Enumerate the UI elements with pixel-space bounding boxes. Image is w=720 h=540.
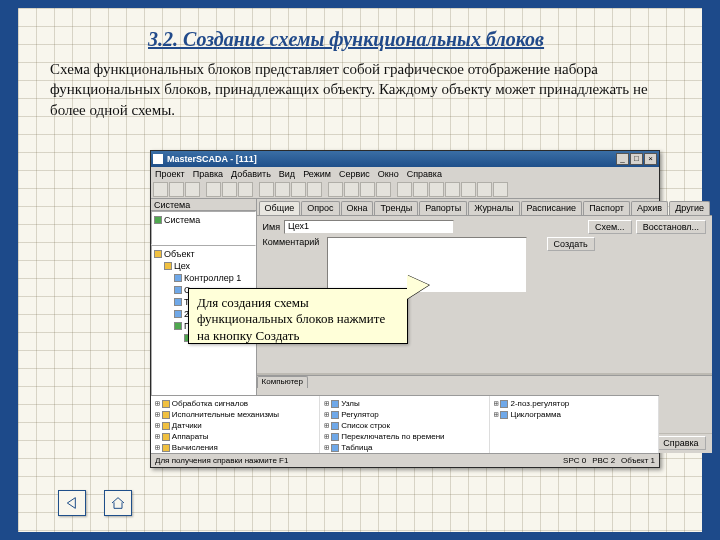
toolbar-btn[interactable]: [413, 182, 428, 197]
item-icon: [331, 433, 339, 441]
status-cell: Объект 1: [621, 456, 655, 465]
folder-icon: [164, 262, 172, 270]
tab-windows[interactable]: Окна: [341, 201, 374, 215]
folder-icon: [162, 444, 170, 452]
menu-add[interactable]: Добавить: [231, 169, 271, 179]
create-button[interactable]: Создать: [547, 237, 595, 251]
lower-tab-computer[interactable]: Компьютер: [257, 376, 308, 388]
tab-poll[interactable]: Опрос: [301, 201, 339, 215]
slide-canvas: 3.2. Создание схемы функциональных блоко…: [18, 8, 702, 532]
comment-label: Комментарий: [263, 237, 323, 247]
tab-archive[interactable]: Архив: [631, 201, 668, 215]
toolbar-btn[interactable]: [344, 182, 359, 197]
callout-text: Для создания схемы функциональных блоков…: [197, 295, 385, 343]
folder-icon: [162, 400, 170, 408]
tab-reports[interactable]: Рапорты: [419, 201, 467, 215]
item-icon: [331, 411, 339, 419]
close-button[interactable]: ×: [644, 153, 657, 165]
item-icon: [331, 422, 339, 430]
item-icon: [331, 400, 339, 408]
toolbar-btn[interactable]: [153, 182, 168, 197]
item-icon: [331, 444, 339, 452]
system-header: Система: [151, 199, 256, 211]
item-icon: [174, 310, 182, 318]
slide-title: 3.2. Создание схемы функциональных блоко…: [148, 28, 702, 51]
app-icon: [153, 154, 163, 164]
tab-other[interactable]: Другие: [669, 201, 710, 215]
toolbar-btn[interactable]: [477, 182, 492, 197]
triangle-left-icon: [64, 495, 80, 511]
status-cell: РВС 2: [592, 456, 615, 465]
maximize-button[interactable]: □: [630, 153, 643, 165]
callout-tooltip: Для создания схемы функциональных блоков…: [188, 288, 408, 344]
statusbar: Для получения справки нажмите F1 SPC 0 Р…: [151, 453, 659, 467]
item-icon: [174, 286, 182, 294]
system-tree[interactable]: Система: [151, 211, 256, 245]
toolbar: [151, 181, 659, 199]
toolbar-btn[interactable]: [307, 182, 322, 197]
restore-button[interactable]: Восстановл...: [636, 220, 706, 234]
toolbar-btn[interactable]: [169, 182, 184, 197]
toolbar-btn[interactable]: [429, 182, 444, 197]
menu-window[interactable]: Окно: [378, 169, 399, 179]
toolbar-btn[interactable]: [291, 182, 306, 197]
home-icon: [110, 495, 126, 511]
toolbar-btn[interactable]: [206, 182, 221, 197]
toolbar-btn[interactable]: [238, 182, 253, 197]
library-col[interactable]: ⊞Узлы ⊞Регулятор ⊞Список строк ⊞Переключ…: [320, 396, 489, 453]
tab-journals[interactable]: Журналы: [468, 201, 519, 215]
folder-icon: [162, 411, 170, 419]
folder-icon: [162, 422, 170, 430]
menu-view[interactable]: Вид: [279, 169, 295, 179]
titlebar: MasterSCADA - [111] _ □ ×: [151, 151, 659, 167]
name-field[interactable]: Цех1: [284, 220, 454, 234]
tab-schedule[interactable]: Расписание: [521, 201, 583, 215]
nav-home-button[interactable]: [104, 490, 132, 516]
item-icon: [174, 298, 182, 306]
system-icon: [154, 216, 162, 224]
library-strip: ⊞Обработка сигналов ⊞Исполнительные меха…: [151, 395, 659, 453]
nav-back-button[interactable]: [58, 490, 86, 516]
tab-passport[interactable]: Паспорт: [583, 201, 630, 215]
item-icon: [500, 400, 508, 408]
tab-general[interactable]: Общие: [259, 201, 301, 215]
toolbar-btn[interactable]: [275, 182, 290, 197]
name-label: Имя: [263, 222, 281, 232]
scheme-button[interactable]: Схем...: [588, 220, 632, 234]
toolbar-btn[interactable]: [493, 182, 508, 197]
toolbar-btn[interactable]: [397, 182, 412, 197]
library-col[interactable]: ⊞2-поз.регулятор ⊞Циклограмма: [490, 396, 659, 453]
minimize-button[interactable]: _: [616, 153, 629, 165]
menu-mode[interactable]: Режим: [303, 169, 331, 179]
folder-icon: [162, 433, 170, 441]
menu-project[interactable]: Проект: [155, 169, 185, 179]
toolbar-btn[interactable]: [328, 182, 343, 197]
folder-icon: [154, 250, 162, 258]
toolbar-btn[interactable]: [360, 182, 375, 197]
window-title: MasterSCADA - [111]: [167, 154, 616, 164]
toolbar-btn[interactable]: [376, 182, 391, 197]
item-icon: [500, 411, 508, 419]
help-button[interactable]: Справка: [656, 436, 706, 450]
menubar: Проект Правка Добавить Вид Режим Сервис …: [151, 167, 659, 181]
slide-paragraph: Схема функциональных блоков представляет…: [50, 59, 670, 120]
status-help: Для получения справки нажмите F1: [155, 456, 288, 465]
toolbar-btn[interactable]: [185, 182, 200, 197]
property-tabs: Общие Опрос Окна Тренды Рапорты Журналы …: [257, 199, 712, 215]
menu-service[interactable]: Сервис: [339, 169, 370, 179]
toolbar-btn[interactable]: [445, 182, 460, 197]
menu-help[interactable]: Справка: [407, 169, 442, 179]
item-icon: [174, 274, 182, 282]
tab-trends[interactable]: Тренды: [374, 201, 418, 215]
status-cell: SPC 0: [563, 456, 586, 465]
menu-edit[interactable]: Правка: [193, 169, 223, 179]
item-icon: [174, 322, 182, 330]
library-col[interactable]: ⊞Обработка сигналов ⊞Исполнительные меха…: [151, 396, 320, 453]
toolbar-btn[interactable]: [461, 182, 476, 197]
toolbar-btn[interactable]: [222, 182, 237, 197]
toolbar-btn[interactable]: [259, 182, 274, 197]
slide-nav: [58, 490, 132, 516]
